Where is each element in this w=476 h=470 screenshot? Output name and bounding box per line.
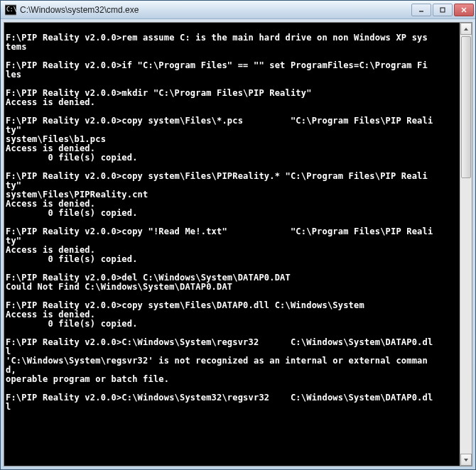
console-area: F:\PIP Reality v2.0.0>rem assume C: is t…: [4, 22, 472, 466]
titlebar[interactable]: C:\ C:\Windows\system32\cmd.exe: [1, 1, 475, 19]
cmd-icon: C:\: [5, 4, 16, 16]
svg-rect-3: [440, 8, 445, 12]
cmd-window: C:\ C:\Windows\system32\cmd.exe F:\PIP R…: [0, 0, 476, 470]
scroll-down-button[interactable]: [460, 454, 472, 466]
scroll-thumb[interactable]: [461, 36, 471, 178]
window-title: C:\Windows\system32\cmd.exe: [20, 5, 410, 15]
console-output[interactable]: F:\PIP Reality v2.0.0>rem assume C: is t…: [4, 23, 460, 466]
svg-text:C:\: C:\: [6, 6, 16, 13]
maximize-button[interactable]: [433, 4, 453, 16]
scroll-up-button[interactable]: [460, 23, 472, 35]
close-button[interactable]: [454, 4, 474, 16]
window-controls: [410, 4, 474, 16]
scroll-track[interactable]: [460, 35, 472, 454]
vertical-scrollbar[interactable]: [460, 23, 472, 466]
minimize-button[interactable]: [411, 4, 431, 16]
